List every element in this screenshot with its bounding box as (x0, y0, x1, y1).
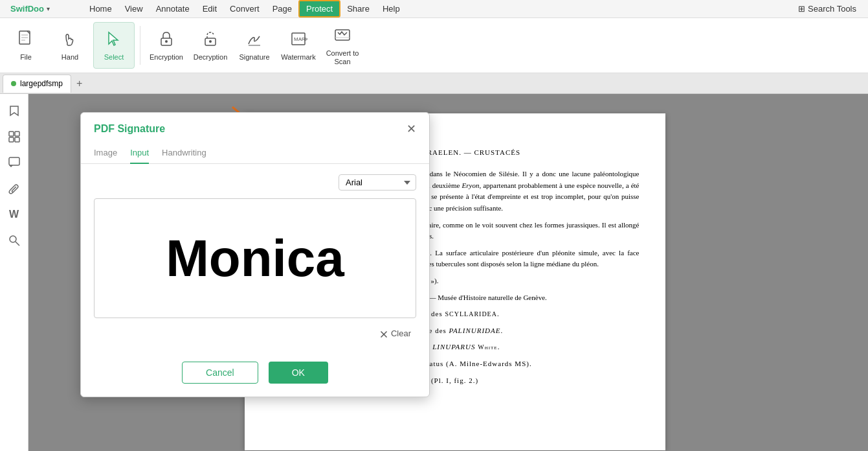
sidebar-thumbnails-icon[interactable] (3, 125, 26, 148)
hand-icon (61, 30, 79, 51)
left-sidebar: W (0, 94, 28, 451)
menu-help[interactable]: Help (376, 1, 406, 16)
main-content: W PDF Signature ✕ (0, 94, 868, 451)
dialog-tab-input[interactable]: Input (130, 143, 149, 164)
svg-text:MARK: MARK (294, 36, 307, 42)
svg-rect-8 (9, 132, 14, 136)
dialog-header: PDF Signature ✕ (81, 113, 429, 143)
svg-point-13 (10, 236, 16, 242)
font-select-dropdown[interactable]: Arial Times New Roman Courier Georgia (339, 174, 416, 191)
ok-button[interactable]: OK (269, 362, 328, 384)
toolbar-select-btn[interactable]: Select (93, 22, 135, 69)
dialog-tabs: Image Input Handwriting (81, 143, 429, 164)
file-btn-label: File (20, 53, 32, 62)
signature-icon (245, 30, 263, 51)
menu-convert[interactable]: Convert (223, 1, 266, 16)
clear-btn-label: Clear (391, 329, 411, 338)
watermark-icon: MARK (289, 30, 307, 51)
svg-rect-10 (9, 137, 14, 142)
menu-view[interactable]: View (118, 1, 150, 16)
signature-text: Monica (166, 229, 344, 288)
dialog-body: Arial Times New Roman Courier Georgia Mo… (81, 164, 429, 354)
convert-scan-btn-label: Convert to Scan (324, 49, 361, 66)
toolbar-watermark-btn[interactable]: MARK Watermark (278, 22, 319, 69)
sidebar-search-icon[interactable] (3, 229, 26, 252)
toolbar-decryption-btn[interactable]: Decryption (190, 22, 231, 69)
clear-icon (379, 329, 388, 338)
encryption-btn-label: Encryption (150, 53, 183, 62)
logo-text: SwifDoo (10, 4, 44, 14)
svg-point-2 (165, 40, 168, 43)
dialog-tab-image[interactable]: Image (94, 143, 117, 164)
file-icon (17, 30, 35, 51)
menu-bar: SwifDoo ▾ Home View Annotate Edit Conver… (0, 0, 868, 18)
menu-edit[interactable]: Edit (196, 1, 223, 16)
dialog-title: PDF Signature (94, 123, 165, 135)
svg-rect-12 (9, 157, 19, 165)
sidebar-attachments-icon[interactable] (3, 177, 26, 200)
toolbar-divider-1 (140, 26, 140, 65)
font-select-row: Arial Times New Roman Courier Georgia (94, 174, 416, 191)
svg-rect-7 (335, 30, 350, 40)
tab-add-button[interactable]: + (71, 75, 87, 92)
search-tools-label: Search Tools (808, 4, 856, 14)
decryption-btn-label: Decryption (194, 53, 228, 62)
sidebar-text-icon[interactable]: W (3, 203, 26, 226)
watermark-btn-label: Watermark (281, 53, 315, 62)
convert-scan-icon (333, 26, 351, 47)
logo-dropdown-icon: ▾ (47, 5, 50, 12)
toolbar-encryption-btn[interactable]: Encryption (146, 22, 187, 69)
tab-name-label: largepdfsmp (20, 79, 63, 88)
select-btn-label: Select (104, 53, 124, 62)
menu-annotate[interactable]: Annotate (150, 1, 196, 16)
toolbar-signature-btn[interactable]: Signature (234, 22, 275, 69)
menu-home[interactable]: Home (83, 1, 118, 16)
signature-btn-label: Signature (239, 53, 269, 62)
menu-page[interactable]: Page (266, 1, 298, 16)
clear-btn-row: Clear (94, 326, 416, 341)
toolbar: File Hand Select Encryption (0, 18, 868, 73)
tab-status-dot (11, 81, 16, 86)
toolbar-hand-btn[interactable]: Hand (49, 22, 91, 69)
select-icon (105, 30, 123, 51)
svg-rect-11 (15, 137, 19, 142)
menu-protect[interactable]: Protect (298, 0, 340, 17)
dialog-close-button[interactable]: ✕ (406, 123, 416, 135)
clear-button[interactable]: Clear (374, 326, 416, 341)
tab-largepdfsmp[interactable]: largepdfsmp (3, 75, 71, 93)
decryption-icon (201, 30, 219, 51)
search-tools-icon: ⊞ (798, 4, 805, 14)
menu-share[interactable]: Share (340, 1, 376, 16)
sidebar-comments-icon[interactable] (3, 151, 26, 174)
svg-rect-9 (15, 132, 19, 136)
signature-input-area[interactable]: Monica (94, 198, 416, 318)
encryption-icon (157, 30, 175, 51)
pdf-area: PDF Signature ✕ Image Input Handwriting … (28, 94, 868, 451)
toolbar-convert-scan-btn[interactable]: Convert to Scan (322, 22, 363, 69)
sidebar-bookmark-icon[interactable] (3, 99, 26, 122)
logo-area[interactable]: SwifDoo ▾ (5, 0, 83, 18)
dialog-footer: Cancel OK (81, 354, 429, 397)
dialog-tab-handwriting[interactable]: Handwriting (162, 143, 206, 164)
svg-point-4 (209, 40, 212, 43)
hand-btn-label: Hand (61, 53, 78, 62)
pdf-signature-dialog: PDF Signature ✕ Image Input Handwriting … (80, 112, 430, 397)
toolbar-file-btn[interactable]: File (5, 22, 47, 69)
tab-bar: largepdfsmp + (0, 73, 868, 94)
cancel-button[interactable]: Cancel (182, 362, 258, 384)
menu-search-tools[interactable]: ⊞ Search Tools (792, 1, 863, 16)
